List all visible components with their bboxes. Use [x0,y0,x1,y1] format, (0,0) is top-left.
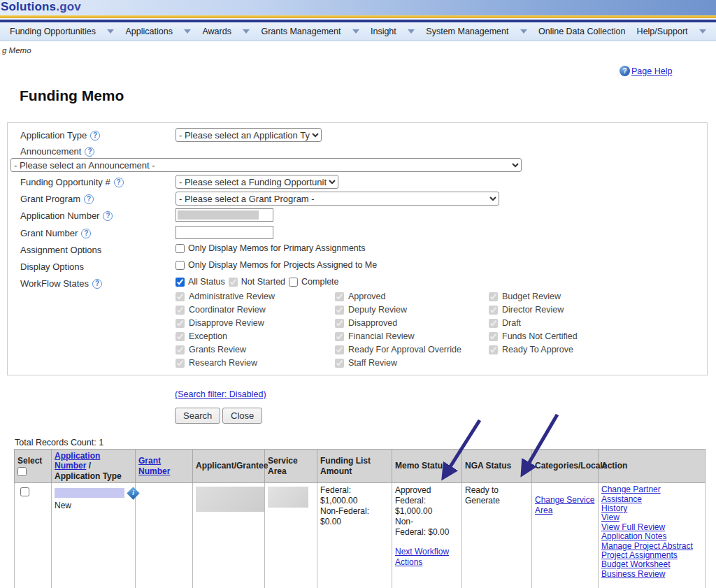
col-categories-locale: Categories/Locale [532,450,599,483]
redacted-application-number [178,210,259,220]
page-help-link[interactable]: Page Help [631,66,672,76]
state-checkbox [489,345,498,354]
nav-insight[interactable]: Insight [371,27,396,36]
grant-number-input[interactable] [176,226,273,239]
business-review-link[interactable]: Business Review [601,570,702,579]
checkbox-label: Complete [301,277,339,287]
chevron-down-icon[interactable] [520,29,527,34]
grant-number-sort-link[interactable]: Grant Number [138,456,170,475]
help-icon[interactable]: ? [114,178,124,187]
workflow-state-item: Draft [489,318,521,328]
view-full-review-link[interactable]: View Full Review [601,523,702,532]
workflow-state-item: Disapprove Review [176,318,264,328]
help-icon[interactable]: ? [85,147,94,157]
application-number-sort-link[interactable]: Application Number [55,451,100,471]
primary-assignments-checkbox[interactable] [176,244,185,253]
search-filter-link[interactable]: (Search filter: Disabled) [175,389,266,399]
manage-project-abstract-link[interactable]: Manage Project Abstract [601,542,702,551]
funding-nonfederal: Non-Federal: $0.00 [320,506,389,527]
help-icon[interactable]: ? [84,194,94,204]
redacted-application-number-value[interactable] [55,488,124,498]
select-all-checkbox[interactable] [17,467,27,476]
workflow-state-item: Director Review [489,305,564,315]
change-partner-assistance-link[interactable]: Change Partner Assistance [601,485,702,504]
state-label: Research Review [189,358,257,368]
state-checkbox [335,332,344,341]
nav-awards[interactable]: Awards [202,27,231,36]
all-status-checkbox[interactable] [176,278,185,287]
history-link[interactable]: History [601,504,702,513]
label-text: Display Options [20,261,84,272]
memo-federal-amount: Federal: $1,000.00 [395,496,459,517]
announcement-select[interactable]: - Please select an Announcement - [10,158,522,172]
complete-checkbox[interactable] [289,278,298,287]
label-text: WorkFlow States [20,278,89,289]
info-diamond-icon[interactable]: i [127,487,139,499]
chevron-down-icon[interactable] [107,29,114,34]
label-text: Funding Opportunity # [20,177,110,187]
grantsolutions-logo: Solutions.gov [1,0,81,14]
help-icon[interactable]: ? [81,229,91,238]
funding-opportunity-select[interactable]: - Please select a Funding Opportunity # … [176,175,338,189]
view-link[interactable]: View [601,513,702,522]
state-label: Grants Review [189,345,246,354]
application-type-value: New [55,501,132,511]
nav-system-management[interactable]: System Management [426,27,508,36]
nav-funding-opportunities[interactable]: Funding Opportunities [10,27,96,36]
nav-online-data-collection[interactable]: Online Data Collection [538,27,625,36]
nav-grants-management[interactable]: Grants Management [261,27,341,36]
header-label: Funding List Amount [320,456,371,475]
nga-status-value: Ready to Generate [465,485,500,505]
state-checkbox [489,292,498,301]
col-select: Select [15,450,52,483]
page-help: ? Page Help [620,66,672,76]
chevron-down-icon[interactable] [243,29,250,34]
application-type-select[interactable]: - Please select an Application Type - [176,128,322,142]
project-assignments-link[interactable]: Project Assignments [601,551,702,560]
nav-applications[interactable]: Applications [126,27,173,36]
breadcrumb: g Memo [2,46,31,55]
search-button[interactable]: Search [175,408,220,424]
application-number-input[interactable] [176,208,273,222]
header-label: / [86,461,91,471]
col-grant-number: Grant Number [136,450,193,483]
cell-action: Change Partner Assistance History View V… [599,483,706,588]
memo-nonfederal-amount: Federal: $0.00 [395,527,459,538]
grant-program-select[interactable]: - Please select a Grant Program - [176,192,499,206]
chevron-down-icon[interactable] [352,29,359,34]
col-nga-status: NGA Status [462,450,532,483]
budget-worksheet-link[interactable]: Budget Worksheet [601,560,702,569]
table-header-row: Select Application Number /Application T… [15,450,706,483]
state-label: Coordinator Review [189,305,266,315]
next-workflow-actions-link[interactable]: Next Workflow Actions [395,547,449,567]
state-label: Administrative Review [189,292,275,301]
projects-assigned-checkbox[interactable] [176,261,185,270]
grant-number-label: Grant Number ? [20,228,91,238]
help-icon[interactable]: ? [103,211,113,221]
chevron-down-icon[interactable] [408,29,415,34]
row-select-checkbox[interactable] [20,487,29,496]
help-icon[interactable]: ? [90,131,100,141]
state-label: Director Review [502,305,564,315]
state-checkbox [335,319,344,328]
help-icon[interactable]: ? [92,279,102,289]
application-notes-link[interactable]: Application Notes [601,532,702,541]
application-type-label: Application Type ? [20,130,100,141]
announcement-label: Announcement ? [20,146,94,157]
chevron-down-icon[interactable] [184,29,191,34]
close-button[interactable]: Close [222,408,262,424]
header-label: Memo Status [395,461,448,471]
nav-help-support[interactable]: Help/Support [637,27,688,36]
workflow-state-item: Budget Review [489,292,561,301]
redacted-service-area [268,487,308,508]
cell-memo-status: Approved Federal: $1,000.00 Non- Federal… [392,483,462,588]
chevron-down-icon[interactable] [699,29,706,34]
change-service-area-link[interactable]: Change Service Area [535,495,594,515]
state-checkbox [489,306,498,315]
funding-memo-page: Solutions.gov Funding Opportunities Appl… [0,0,716,588]
workflow-state-item: Staff Review [335,358,397,368]
state-checkbox [176,332,185,341]
checkbox-label: Not Started [241,277,285,287]
state-label: Budget Review [502,292,561,301]
state-label: Staff Review [348,358,397,368]
